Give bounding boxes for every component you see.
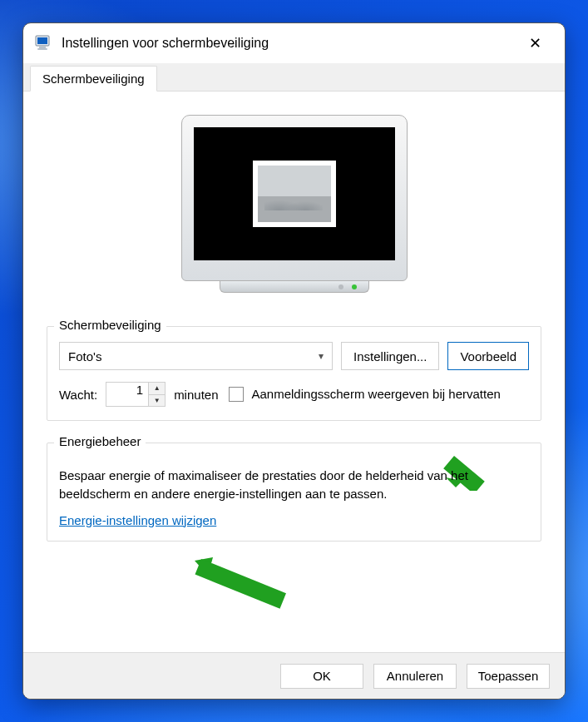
group-title-power: Energiebeheer	[54, 434, 146, 448]
preview-photo-icon	[258, 166, 331, 222]
desktop-background: Instellingen voor schermbeveiliging ✕ Sc…	[0, 0, 588, 722]
power-settings-link[interactable]: Energie-instellingen wijzigen	[59, 513, 216, 527]
chevron-down-icon: ▾	[319, 350, 324, 362]
preview-monitor	[47, 115, 541, 304]
annotation-arrow-icon	[190, 554, 298, 612]
ok-label: OK	[313, 669, 331, 683]
dialog-footer: OK Annuleren Toepassen	[23, 652, 565, 699]
titlebar: Instellingen voor schermbeveiliging ✕	[23, 23, 565, 63]
resume-logon-checkbox[interactable]	[229, 387, 244, 402]
minutes-label: minuten	[174, 388, 218, 402]
power-description: Bespaar energie of maximaliseer de prest…	[59, 467, 529, 503]
svg-rect-2	[39, 47, 46, 48]
close-icon: ✕	[529, 36, 541, 51]
preview-button[interactable]: Voorbeeld	[447, 342, 529, 370]
screensaver-group: Schermbeveiliging Foto's ▾ Instellingen.…	[47, 326, 541, 421]
stepper-up-icon[interactable]: ▲	[149, 383, 165, 395]
cancel-label: Annuleren	[387, 669, 443, 683]
power-group: Energiebeheer Bespaar energie of maximal…	[47, 443, 541, 542]
apply-label: Toepassen	[478, 669, 539, 683]
wait-value[interactable]: 1	[106, 382, 149, 407]
settings-button-label: Instellingen...	[353, 349, 427, 363]
close-button[interactable]: ✕	[516, 28, 553, 58]
wait-label: Wacht:	[59, 388, 97, 402]
svg-rect-3	[37, 48, 47, 50]
ok-button[interactable]: OK	[280, 664, 363, 689]
tab-screensaver[interactable]: Schermbeveiliging	[30, 66, 157, 91]
apply-button[interactable]: Toepassen	[467, 664, 550, 689]
monitor-button-icon	[338, 284, 343, 289]
dialog-window: Instellingen voor schermbeveiliging ✕ Sc…	[22, 22, 566, 700]
stepper-down-icon[interactable]: ▼	[149, 395, 165, 407]
preview-button-label: Voorbeeld	[460, 349, 516, 363]
svg-rect-7	[195, 559, 286, 609]
screensaver-dropdown[interactable]: Foto's ▾	[59, 342, 333, 370]
dropdown-value: Foto's	[68, 349, 101, 363]
screensaver-app-icon	[35, 34, 53, 52]
window-title: Instellingen voor schermbeveiliging	[62, 36, 516, 51]
monitor-led-icon	[352, 284, 357, 289]
tabstrip: Schermbeveiliging	[23, 63, 565, 91]
settings-button[interactable]: Instellingen...	[341, 342, 439, 370]
svg-rect-1	[37, 37, 47, 44]
tab-body: Schermbeveiliging Foto's ▾ Instellingen.…	[23, 91, 565, 652]
resume-logon-label: Aanmeldingsscherm weergeven bij hervatte…	[252, 387, 501, 403]
wait-stepper[interactable]: 1 ▲ ▼	[106, 382, 166, 407]
tab-label: Schermbeveiliging	[42, 72, 145, 86]
group-title-screensaver: Schermbeveiliging	[54, 318, 166, 332]
cancel-button[interactable]: Annuleren	[373, 664, 457, 689]
